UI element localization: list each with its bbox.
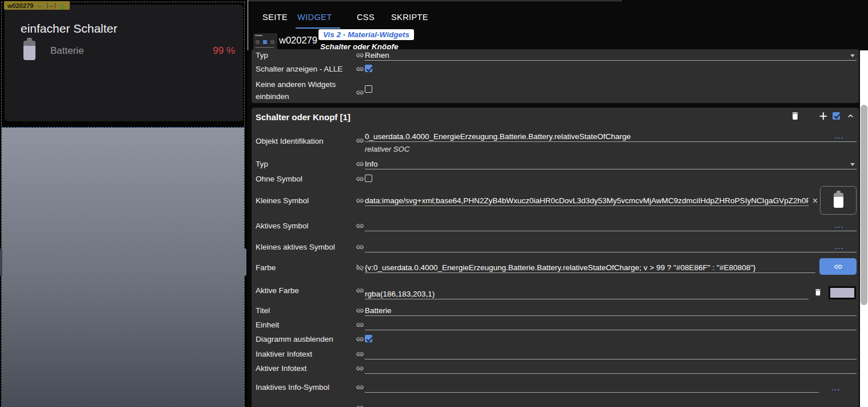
top-border bbox=[248, 1, 622, 1]
color-swatch[interactable] bbox=[829, 286, 856, 299]
move-back-icon[interactable]: ← bbox=[37, 2, 43, 9]
typ2-label: Typ bbox=[256, 160, 268, 168]
ohne-symbol-checkbox[interactable] bbox=[365, 175, 372, 182]
link-icon[interactable] bbox=[356, 175, 364, 183]
aktiver-infotext-label: Aktiver Infotext bbox=[256, 364, 306, 373]
clear-color-button[interactable] bbox=[814, 288, 822, 299]
farbe-label: Farbe bbox=[256, 263, 276, 272]
widget-set-badge[interactable]: Vis 2 - Material-Widgets bbox=[318, 29, 414, 40]
view-canvas: einfacher Schalter Batterie 99 % w020279… bbox=[0, 0, 246, 407]
widget-thumbnail bbox=[253, 33, 277, 51]
widget-id-label: w020279 bbox=[7, 2, 33, 9]
kleines-aktives-symbol-label: Kleines aktives Symbol bbox=[256, 243, 335, 251]
inaktives-info-symbol-picker-button[interactable]: ... bbox=[831, 384, 841, 392]
link-icon[interactable] bbox=[356, 243, 364, 251]
anchor-icon[interactable] bbox=[59, 2, 66, 9]
kleines-symbol-field[interactable]: data:image/svg+xml;base64,PHN2ZyB4bWxucz… bbox=[365, 196, 809, 206]
collapse-group-icon[interactable] bbox=[845, 110, 855, 121]
left-border bbox=[248, 0, 248, 50]
aktives-symbol-picker-button[interactable]: ... bbox=[835, 222, 844, 230]
thumb-detail bbox=[256, 40, 260, 44]
group-enabled-checkbox[interactable] bbox=[833, 112, 840, 120]
farbe-field[interactable]: {v:0_userdata.0.4000_EnergieErzeugung.Ba… bbox=[365, 263, 815, 273]
link-icon[interactable] bbox=[356, 335, 364, 343]
typ2-value: Info bbox=[365, 160, 378, 168]
link-icon[interactable] bbox=[356, 196, 364, 205]
inaktives-info-symbol-field[interactable] bbox=[365, 383, 819, 393]
aktive-farbe-field[interactable]: rgba(186,183,203,1) bbox=[365, 290, 809, 299]
delete-group-button[interactable] bbox=[790, 110, 800, 121]
link-icon[interactable] bbox=[356, 306, 364, 315]
aktive-farbe-label: Aktive Farbe bbox=[256, 286, 299, 295]
typ-select[interactable]: Reihen bbox=[365, 51, 857, 61]
no-other-widgets-label-1: Keine anderen Widgets bbox=[256, 80, 336, 89]
oid-field[interactable]: 0_userdata.0.4000_EnergieErzeugung.Batte… bbox=[365, 132, 857, 142]
link-icon[interactable] bbox=[356, 286, 364, 295]
link-icon[interactable] bbox=[356, 321, 364, 329]
aktives-symbol-field[interactable] bbox=[365, 222, 857, 231]
selected-widget-tag[interactable]: w020279 ← |↔| bbox=[4, 1, 70, 10]
clear-icon[interactable]: × bbox=[813, 196, 818, 206]
panel-scrollbar[interactable] bbox=[860, 50, 868, 407]
link-icon[interactable] bbox=[356, 364, 364, 373]
oid-subtitle: relativer SOC bbox=[365, 145, 409, 153]
kleines-aktives-symbol-field[interactable] bbox=[365, 243, 857, 252]
resize-icon[interactable]: |↔| bbox=[46, 2, 56, 9]
link-icon[interactable] bbox=[356, 160, 364, 168]
link-icon[interactable] bbox=[356, 51, 364, 60]
link-off-icon[interactable] bbox=[356, 263, 364, 272]
thumb-detail bbox=[263, 40, 267, 44]
link-icon[interactable] bbox=[356, 222, 364, 230]
kleines-symbol-value: data:image/svg+xml;base64,PHN2ZyB4bWxucz… bbox=[365, 196, 809, 205]
titel-value: Batterie bbox=[365, 306, 392, 315]
widget-preview-card[interactable]: einfacher Schalter Batterie 99 % bbox=[5, 5, 243, 121]
add-group-button[interactable]: + bbox=[819, 111, 827, 120]
link-icon[interactable] bbox=[356, 350, 364, 358]
battery-preview-icon bbox=[834, 193, 843, 208]
titel-field[interactable]: Batterie bbox=[365, 306, 857, 316]
diagramm-label: Diagramm ausblenden bbox=[256, 335, 333, 343]
inaktiver-infotext-label: Inaktiver Infotext bbox=[256, 350, 312, 358]
link-icon[interactable] bbox=[356, 136, 364, 145]
right-splitter-handle[interactable] bbox=[244, 248, 246, 276]
tab-skripte[interactable]: SKRIPTE bbox=[391, 13, 428, 22]
no-other-widgets-checkbox[interactable] bbox=[365, 85, 372, 93]
link-icon[interactable] bbox=[356, 383, 364, 392]
link-icon[interactable] bbox=[356, 404, 364, 407]
widget-card-title: einfacher Schalter bbox=[21, 22, 117, 35]
active-tab-indicator bbox=[296, 27, 340, 29]
oid-label: Objekt Identifikation bbox=[256, 137, 324, 145]
show-all-checkbox[interactable] bbox=[365, 65, 372, 72]
inaktiver-infotext-field[interactable] bbox=[365, 350, 857, 359]
inaktives-info-symbol-label: Inaktives Info-Symbol bbox=[256, 383, 329, 392]
no-other-widgets-label-2: einbinden bbox=[256, 92, 289, 101]
tab-seite[interactable]: SEITE bbox=[262, 13, 288, 22]
tab-css[interactable]: CSS bbox=[357, 13, 375, 22]
left-splitter-handle[interactable] bbox=[0, 248, 2, 276]
typ2-select[interactable]: Info bbox=[365, 160, 857, 169]
widget-card-value: 99 % bbox=[213, 45, 235, 57]
widget-card-label: Batterie bbox=[50, 45, 84, 57]
link-icon[interactable] bbox=[356, 65, 364, 73]
oid-value: 0_userdata.0.4000_EnergieErzeugung.Batte… bbox=[365, 132, 631, 141]
scrollbar-thumb[interactable] bbox=[861, 105, 867, 305]
kleines-aktives-symbol-picker-button[interactable]: ... bbox=[835, 243, 844, 251]
switch-group-section: Schalter oder Knopf [1] + Objekt Identif… bbox=[252, 108, 859, 407]
chevron-down-icon bbox=[850, 54, 855, 57]
general-options-section: Typ Reihen Schalter anzeigen - ALLE Kein… bbox=[252, 49, 859, 103]
aktiver-infotext-field[interactable] bbox=[365, 364, 857, 374]
group-header-actions: + bbox=[790, 110, 855, 121]
farbe-bind-button[interactable] bbox=[819, 258, 857, 275]
symbol-preview-box[interactable] bbox=[820, 186, 857, 215]
group-title: Schalter oder Knopf [1] bbox=[256, 112, 351, 122]
oid-picker-button[interactable]: ... bbox=[835, 132, 844, 140]
titel-label: Titel bbox=[256, 306, 270, 315]
einheit-label: Einheit bbox=[256, 321, 279, 329]
widget-id: w020279 bbox=[279, 35, 317, 46]
show-all-label: Schalter anzeigen - ALLE bbox=[256, 65, 343, 73]
thumb-detail bbox=[255, 35, 262, 36]
einheit-field[interactable] bbox=[365, 321, 857, 330]
diagramm-checkbox[interactable] bbox=[365, 335, 372, 342]
link-icon[interactable] bbox=[356, 88, 364, 97]
tab-widget[interactable]: WIDGET bbox=[297, 13, 332, 22]
